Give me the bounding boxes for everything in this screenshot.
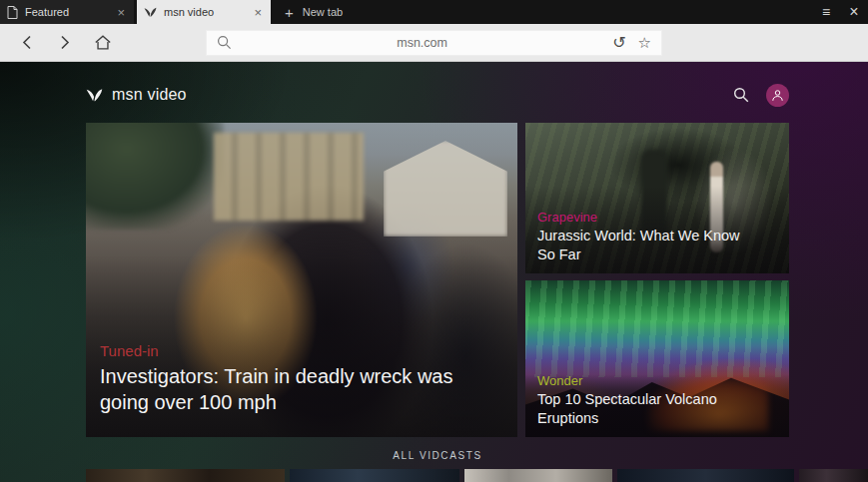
- chevron-right-icon: [60, 35, 70, 50]
- magnifier-icon: [217, 35, 232, 50]
- vidcast-thumbnail[interactable]: [290, 469, 459, 482]
- star-icon[interactable]: ☆: [638, 35, 651, 50]
- msn-logo-icon: [86, 88, 103, 103]
- new-tab-label: New tab: [303, 6, 343, 18]
- tabbar-spacer: [357, 0, 812, 24]
- home-button[interactable]: [84, 24, 122, 61]
- all-vidcasts-link[interactable]: ALL VIDCASTS: [86, 450, 789, 461]
- video-title[interactable]: Investigators: Train in deadly wreck was…: [100, 363, 497, 415]
- hamburger-menu-icon[interactable]: ≡: [812, 0, 840, 24]
- back-button[interactable]: [8, 24, 46, 61]
- tab-msn-video[interactable]: msn video ×: [137, 0, 271, 24]
- msn-butterfly-icon: [144, 7, 157, 18]
- tile-caption: Wonder Top 10 Spectacular Volcano Erupti…: [537, 373, 777, 428]
- vidcast-thumbnail[interactable]: [86, 469, 285, 482]
- vidcast-thumbnail[interactable]: [617, 469, 794, 482]
- tile-caption: Grapevine Jurassic World: What We Know S…: [537, 210, 777, 264]
- tab-bar: Featured × msn video × + New tab ≡ ×: [0, 0, 868, 24]
- video-title[interactable]: Jurassic World: What We Know So Far: [537, 227, 745, 264]
- video-title[interactable]: Top 10 Spectacular Volcano Eruptions: [537, 390, 745, 428]
- refresh-icon[interactable]: ↺: [612, 35, 625, 51]
- header-actions: [733, 84, 789, 107]
- home-icon: [94, 34, 112, 51]
- page-content: msn video Tuned-in In: [0, 62, 868, 482]
- vidcast-thumbnail[interactable]: [464, 469, 612, 482]
- category-label[interactable]: Tuned-in: [100, 342, 505, 359]
- navigation-bar: msn.com ↺ ☆: [0, 24, 868, 62]
- tab-close-icon[interactable]: ×: [252, 6, 264, 19]
- browser-window: Featured × msn video × + New tab ≡ ×: [0, 0, 868, 482]
- video-tile-volcano[interactable]: Wonder Top 10 Spectacular Volcano Erupti…: [525, 280, 789, 437]
- url-text[interactable]: msn.com: [232, 36, 612, 50]
- search-icon[interactable]: [733, 87, 749, 103]
- video-tile-grid: Tuned-in Investigators: Train in deadly …: [86, 123, 789, 437]
- tab-close-icon[interactable]: ×: [115, 6, 127, 19]
- category-label[interactable]: Wonder: [537, 373, 777, 388]
- video-tile-jurassic[interactable]: Grapevine Jurassic World: What We Know S…: [525, 123, 789, 273]
- side-tile-column: Grapevine Jurassic World: What We Know S…: [525, 123, 789, 437]
- profile-avatar[interactable]: [766, 84, 789, 107]
- plus-icon: +: [285, 5, 294, 20]
- window-close-icon[interactable]: ×: [840, 0, 868, 24]
- hero-caption: Tuned-in Investigators: Train in deadly …: [100, 342, 505, 415]
- category-label[interactable]: Grapevine: [537, 210, 777, 225]
- page-header: msn video: [86, 83, 789, 107]
- video-tile-hero[interactable]: Tuned-in Investigators: Train in deadly …: [86, 123, 517, 437]
- vidcast-thumbnail[interactable]: [799, 469, 868, 482]
- tab-featured[interactable]: Featured ×: [0, 0, 134, 24]
- document-icon: [7, 6, 18, 19]
- hero-photo-building: [214, 133, 364, 221]
- page-title: msn video: [112, 86, 187, 104]
- person-icon: [770, 88, 785, 103]
- hero-photo-house: [384, 141, 507, 237]
- hero-photo-trees: [86, 123, 224, 230]
- tab-label: msn video: [164, 6, 245, 18]
- address-bar[interactable]: msn.com ↺ ☆: [206, 30, 662, 56]
- chevron-left-icon: [22, 35, 32, 50]
- new-tab-button[interactable]: + New tab: [271, 0, 357, 24]
- tab-label: Featured: [25, 6, 108, 18]
- volcano-photo-aurora: [525, 280, 789, 377]
- forward-button[interactable]: [46, 24, 84, 61]
- vidcast-thumb-row: [86, 469, 868, 482]
